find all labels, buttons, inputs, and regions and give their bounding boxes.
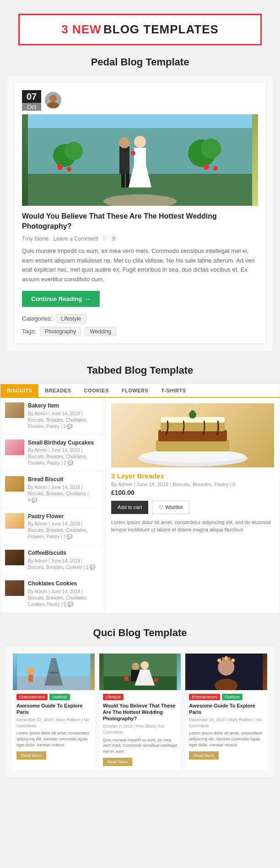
- list-title-cupcake: Small Birthday Cupcakes: [28, 439, 101, 447]
- list-meta-pastry: By Admin | June 14, 2019 |Biscuits, Brea…: [28, 521, 101, 540]
- detail-excerpt: Lorem ipsum dolor sit amet, consectetur …: [111, 519, 274, 534]
- svg-point-20: [204, 164, 209, 170]
- list-meta-bread: By Admin | June 14, 2019 | Biscuits, Bre…: [28, 484, 101, 504]
- tab-biscuits[interactable]: BISCUITS: [0, 384, 38, 397]
- svg-rect-35: [28, 675, 33, 682]
- list-item[interactable]: CoffeeBiscuits By Admin | June 14, 2019 …: [0, 545, 105, 576]
- svg-point-51: [232, 659, 235, 662]
- svg-rect-24: [156, 440, 229, 451]
- tabbed-section-title: Tabbed Blog Template: [0, 364, 280, 376]
- svg-point-42: [124, 676, 129, 681]
- tag-wedding[interactable]: Wedding: [85, 327, 116, 336]
- wishlist-button[interactable]: ♡ Wishlist: [152, 501, 189, 514]
- heart-count: 9: [112, 236, 115, 242]
- pedal-card: 07 Oct: [15, 83, 265, 343]
- heart-outline-icon: ♡: [159, 504, 163, 510]
- svg-point-19: [67, 167, 71, 171]
- list-title-bakery: Bakery Item: [28, 402, 101, 410]
- heart-icon: ♡: [102, 236, 108, 242]
- list-thumb-bread: [5, 476, 24, 492]
- post-author: Troy Stone: [22, 236, 48, 242]
- quci-read-more-paris[interactable]: Read More: [16, 751, 46, 760]
- quci-post-meta-portrait: December 22, 2015 | Mary Robson | No Com…: [189, 717, 264, 729]
- svg-point-13: [131, 151, 135, 155]
- post-excerpt: Quis munere impedit cu eum, ex mea vero …: [22, 246, 258, 284]
- leave-comment-link[interactable]: Leave a Comment: [53, 236, 98, 242]
- detail-product-title: 3 Layer Breades: [111, 472, 274, 480]
- continue-reading-button[interactable]: Continue Reading →: [22, 291, 100, 307]
- list-thumb-choc: [5, 580, 24, 596]
- avatar: [45, 92, 61, 108]
- quci-post-meta-wedding: October 7, 2016 | Troy Stone | No Commen…: [103, 723, 178, 735]
- tab-cookies[interactable]: COOKIES: [78, 384, 115, 397]
- list-item[interactable]: Choklates Cookies By Admin | June 14, 20…: [0, 576, 105, 613]
- svg-point-21: [213, 166, 218, 171]
- svg-rect-29: [191, 410, 194, 417]
- quci-card-wedding: Lifestyle Would You Believe That These A…: [99, 654, 181, 770]
- detail-product-image: [111, 403, 274, 467]
- quci-excerpt-wedding: Quis munere impedit cu eum, ex mea vero …: [103, 737, 178, 755]
- badge-entertainment-2: Entertainment: [189, 694, 220, 700]
- list-item[interactable]: Bakery Item By Admin | June 14, 2019 |Bi…: [0, 398, 105, 435]
- date-month: Oct: [22, 103, 41, 111]
- pedal-date-block: 07 Oct: [22, 90, 258, 111]
- svg-point-40: [140, 661, 149, 670]
- svg-rect-33: [49, 672, 58, 674]
- badge-outdoor: Outdoor: [49, 694, 70, 700]
- list-meta-cupcake: By Admin | June 14, 2019 |Biscuits, Brea…: [28, 447, 101, 466]
- list-item[interactable]: Bread Biscuit By Admin | June 14, 2019 |…: [0, 472, 105, 509]
- svg-rect-6: [119, 146, 129, 174]
- add-to-cart-button[interactable]: Add to cart: [111, 501, 148, 514]
- pedal-post-image: [22, 114, 258, 206]
- list-item[interactable]: Pastry Flower By Admin | June 14, 2019 |…: [0, 509, 105, 546]
- continue-btn-label: Continue Reading: [31, 295, 82, 302]
- quci-card-image-portrait: [185, 654, 267, 690]
- category-lifestyle[interactable]: Lifestyle: [56, 314, 86, 323]
- quci-card-image-wedding: [99, 654, 181, 690]
- list-info-bread: Bread Biscuit By Admin | June 14, 2019 |…: [28, 476, 101, 504]
- svg-point-48: [222, 657, 225, 660]
- quci-blog-wrapper: Entertainment Outdoor Awesome Guide To E…: [5, 646, 275, 777]
- svg-point-10: [134, 136, 146, 148]
- tab-tshirts[interactable]: T-SHIRTS: [155, 384, 192, 397]
- svg-point-49: [225, 656, 228, 660]
- quci-badge-row: Entertainment Outdoor: [16, 694, 91, 700]
- list-meta-choc: By Admin | June 14, 2019 |Biscuits, Brea…: [28, 589, 101, 608]
- post-meta: Troy Stone Leave a Comment ♡ 9: [22, 236, 258, 242]
- quci-post-title-wedding: Would You Believe That These Are The Hot…: [103, 702, 178, 722]
- tab-flowers[interactable]: FLOWERS: [115, 384, 155, 397]
- list-thumb-cupcake: [5, 439, 24, 455]
- detail-buttons: Add to cart ♡ Wishlist: [111, 501, 274, 514]
- tabbed-content: Bakery Item By Admin | June 14, 2019 |Bi…: [0, 398, 280, 613]
- quci-card-body-portrait: Entertainment Outdoor Awesome Guide To E…: [185, 690, 267, 764]
- quci-grid: Entertainment Outdoor Awesome Guide To E…: [13, 654, 267, 770]
- detail-price: £100.00: [111, 489, 274, 496]
- badge-lifestyle: Lifestyle: [103, 694, 124, 700]
- quci-card-body-paris: Entertainment Outdoor Awesome Guide To E…: [13, 690, 95, 764]
- list-item[interactable]: Small Birthday Cupcakes By Admin | June …: [0, 435, 105, 472]
- tabbed-list: Bakery Item By Admin | June 14, 2019 |Bi…: [0, 398, 106, 613]
- quci-excerpt-paris: Lorem ipsum dolor sit amet, consectetur …: [16, 730, 91, 748]
- quci-section-title: Quci Blog Template: [0, 627, 280, 639]
- quci-post-title-portrait: Awesome Guide To Explore Paris: [189, 702, 264, 716]
- list-meta-bakery: By Admin | June 14, 2019 |Biscuits, Brea…: [28, 411, 101, 430]
- quci-post-title-paris: Awesome Guide To Explore Paris: [16, 702, 91, 716]
- svg-point-1: [47, 102, 59, 108]
- quci-card-paris: Entertainment Outdoor Awesome Guide To E…: [13, 654, 95, 770]
- categories-row: Categories: Lifestyle: [22, 314, 258, 323]
- date-box: 07 Oct: [22, 90, 41, 111]
- tags-label: Tags:: [22, 328, 36, 335]
- svg-point-7: [119, 137, 130, 148]
- tab-breades[interactable]: BREADES: [38, 384, 77, 397]
- badge-outdoor-2: Outdoor: [222, 694, 242, 700]
- quci-read-more-wedding[interactable]: Read More: [103, 758, 133, 766]
- svg-point-50: [228, 657, 231, 660]
- svg-rect-8: [121, 174, 125, 188]
- tag-photography[interactable]: Photography: [40, 327, 81, 336]
- list-thumb-bakery: [5, 402, 24, 418]
- tab-bar: BISCUITS BREADES COOKIES FLOWERS T-SHIRT…: [0, 384, 280, 398]
- svg-rect-25: [158, 430, 227, 441]
- quci-card-image-paris: [13, 654, 95, 690]
- quci-read-more-portrait[interactable]: Read More: [189, 751, 219, 760]
- list-info-cupcake: Small Birthday Cupcakes By Admin | June …: [28, 439, 101, 467]
